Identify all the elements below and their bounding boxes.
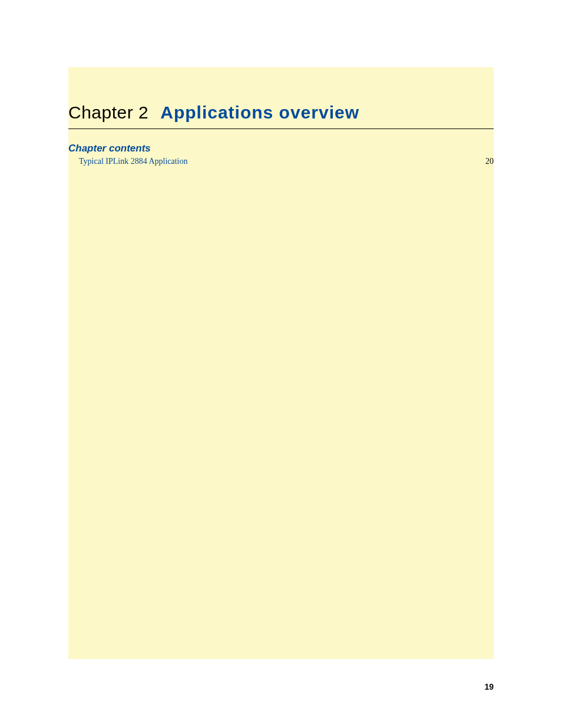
contents-heading: Chapter contents: [68, 143, 151, 154]
content-area: Chapter 2 Applications overview Chapter …: [68, 67, 494, 659]
toc-entry: Typical IPLink 2884 Application 20: [79, 157, 494, 166]
toc-entry-title[interactable]: Typical IPLink 2884 Application: [79, 157, 188, 166]
toc-entry-page: 20: [485, 157, 494, 166]
page-number: 19: [484, 682, 494, 691]
chapter-label: Chapter 2: [68, 103, 148, 123]
table-of-contents: Typical IPLink 2884 Application 20: [79, 157, 494, 166]
chapter-heading: Chapter 2 Applications overview: [68, 103, 494, 123]
heading-rule: [68, 129, 494, 129]
page: Chapter 2 Applications overview Chapter …: [0, 0, 562, 728]
chapter-title: Applications overview: [160, 103, 359, 123]
